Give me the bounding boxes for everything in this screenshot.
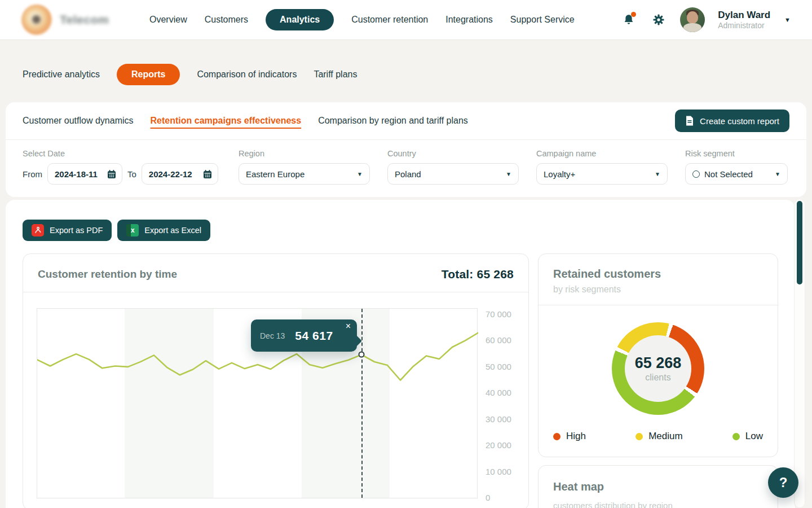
export-excel-button[interactable]: x Export as Excel — [117, 220, 210, 241]
dropdown-arrow-icon: ▼ — [357, 171, 363, 177]
donut-legend: High Medium Low — [539, 415, 778, 457]
country-select[interactable]: Poland ▼ — [387, 163, 519, 185]
user-role: Administrator — [718, 21, 770, 31]
header-actions: Dylan Ward Administrator ▼ — [620, 7, 791, 32]
legend-item-medium[interactable]: Medium — [636, 431, 682, 442]
heat-map-subtitle: customers distribution by region — [553, 501, 763, 508]
tab-customer-outflow-dynamics[interactable]: Customer outflow dynamics — [23, 116, 134, 126]
filter-country: Country Poland ▼ — [387, 149, 519, 185]
report-panel: Customer outflow dynamics Retention camp… — [6, 102, 806, 197]
y-axis-tick: 50 000 — [486, 361, 511, 371]
divider — [539, 305, 778, 305]
line-chart: Dec 13 54 617 × 70 00060 00050 00040 000… — [37, 308, 528, 498]
help-button[interactable]: ? — [768, 467, 798, 498]
campaign-select[interactable]: Loyalty+ ▼ — [536, 163, 668, 185]
customer-retention-chart-card: Customer retention by time Total: 65 268… — [23, 253, 529, 508]
y-axis-tick: 70 000 — [486, 309, 511, 319]
y-axis-tick: 40 000 — [486, 388, 511, 397]
export-excel-label: Export as Excel — [144, 226, 201, 235]
y-axis: 70 00060 00050 00040 00030 00020 00010 0… — [486, 308, 531, 498]
avatar[interactable] — [680, 7, 705, 32]
scrollbar[interactable] — [794, 199, 805, 508]
y-axis-tick: 60 000 — [486, 335, 511, 345]
nav-item-support-service[interactable]: Support Service — [510, 15, 575, 25]
donut-center-value: 65 268 — [635, 354, 682, 372]
legend-item-high[interactable]: High — [553, 431, 586, 442]
country-value: Poland — [395, 169, 501, 179]
radio-circle-icon — [692, 170, 700, 178]
filters: Select Date From 2024-18-11 To — [6, 140, 806, 197]
bell-icon[interactable] — [620, 11, 637, 28]
right-column: Retained customers by risk segments 65 2… — [538, 253, 778, 508]
low-dot-icon — [732, 433, 740, 440]
scrollbar-thumb[interactable] — [797, 201, 802, 284]
subnav-reports[interactable]: Reports — [117, 64, 180, 85]
line-chart-plot[interactable]: Dec 13 54 617 × — [37, 308, 478, 498]
calendar-icon — [107, 169, 116, 179]
subnav-comparison-of-indicators[interactable]: Comparison of indicators — [197, 69, 297, 80]
export-pdf-label: Export as PDF — [50, 226, 103, 235]
y-axis-tick: 10 000 — [486, 466, 511, 476]
y-axis-tick: 0 — [486, 493, 490, 502]
gear-icon[interactable] — [650, 11, 667, 28]
user-menu[interactable]: Dylan Ward Administrator — [718, 9, 770, 31]
donut-center-label: clients — [645, 373, 670, 383]
from-label: From — [23, 169, 42, 179]
date-to-input[interactable]: 2024-22-12 — [142, 163, 218, 185]
chart-tooltip: Dec 13 54 617 × — [251, 319, 357, 352]
export-pdf-button[interactable]: Export as PDF — [23, 220, 112, 241]
risk-segment-select[interactable]: Not Selected ▼ — [685, 163, 788, 185]
nav-item-overview[interactable]: Overview — [149, 15, 187, 25]
filter-risk-label: Risk segment — [685, 149, 788, 158]
filter-country-label: Country — [387, 149, 519, 158]
chevron-down-icon[interactable]: ▼ — [784, 16, 791, 23]
dropdown-arrow-icon: ▼ — [506, 171, 511, 177]
nav-item-customers[interactable]: Customers — [205, 15, 248, 25]
y-axis-tick: 30 000 — [486, 414, 511, 423]
tooltip-value: 54 617 — [295, 329, 333, 343]
retained-customers-card: Retained customers by risk segments 65 2… — [538, 253, 778, 457]
heat-map-card: Heat map customers distribution by regio… — [538, 465, 778, 508]
heat-map-title: Heat map — [553, 480, 763, 493]
region-select[interactable]: Eastern Europe ▼ — [239, 163, 370, 185]
create-custom-report-label: Create custom report — [700, 116, 779, 126]
date-to-value: 2024-22-12 — [149, 169, 192, 179]
user-name: Dylan Ward — [718, 9, 770, 21]
nav-item-customer-retention[interactable]: Customer retention — [351, 15, 428, 25]
chart-total: Total: 65 268 — [442, 268, 514, 281]
analytics-subnav: Predictive analytics Reports Comparison … — [0, 40, 812, 102]
tab-comparison-by-region[interactable]: Comparison by region and tariff plans — [318, 116, 468, 126]
filter-date-label: Select Date — [23, 149, 221, 158]
subnav-tariff-plans[interactable]: Tariff plans — [314, 69, 357, 80]
tab-retention-campaigns-effectiveness[interactable]: Retention campaigns effectiveness — [151, 116, 302, 126]
to-label: To — [127, 169, 136, 179]
risk-segments-donut-chart[interactable]: 65 268 clients — [612, 322, 704, 415]
brand-logo-icon — [21, 5, 52, 35]
brand-logo: Telecom — [21, 5, 116, 35]
nav-item-integrations[interactable]: Integrations — [445, 15, 493, 25]
campaign-value: Loyalty+ — [544, 169, 650, 179]
retained-card-title: Retained customers — [553, 268, 763, 281]
high-dot-icon — [553, 433, 561, 440]
document-icon — [685, 116, 694, 126]
chart-card-title: Customer retention by time — [38, 268, 177, 281]
hover-guide-line — [361, 309, 363, 498]
question-mark: ? — [779, 475, 788, 491]
close-icon[interactable]: × — [346, 322, 351, 331]
risk-value: Not Selected — [704, 169, 770, 179]
divider — [23, 292, 528, 292]
date-from-input[interactable]: 2024-18-11 — [47, 163, 122, 185]
create-custom-report-button[interactable]: Create custom report — [675, 110, 789, 132]
subnav-predictive-analytics[interactable]: Predictive analytics — [23, 69, 100, 80]
main-nav: Overview Customers Analytics Customer re… — [149, 9, 575, 30]
legend-item-low[interactable]: Low — [732, 431, 763, 442]
filter-campaign-label: Campaign name — [536, 149, 668, 158]
date-from-value: 2024-18-11 — [55, 169, 98, 179]
retained-card-subtitle: by risk segments — [553, 284, 763, 295]
filter-region-label: Region — [239, 149, 370, 158]
filter-risk-segment: Risk segment Not Selected ▼ — [685, 149, 788, 185]
dropdown-arrow-icon: ▼ — [775, 171, 780, 177]
data-point-marker[interactable] — [359, 352, 365, 358]
nav-item-analytics[interactable]: Analytics — [266, 9, 334, 30]
filter-campaign: Campaign name Loyalty+ ▼ — [536, 149, 668, 185]
